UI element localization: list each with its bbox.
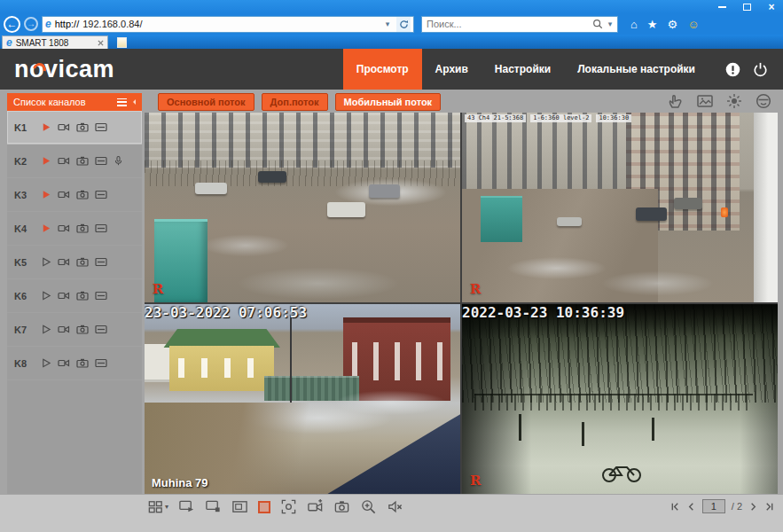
snapshot-icon[interactable] [76, 121, 89, 133]
snapshot-icon[interactable] [76, 290, 89, 301]
microphone-icon[interactable] [114, 155, 123, 167]
snapshot-icon[interactable] [76, 189, 89, 200]
image-adjust-icon[interactable] [696, 92, 714, 110]
new-tab-button[interactable] [117, 37, 127, 48]
sub-stream-button[interactable]: Доп.поток [262, 93, 328, 111]
record-icon[interactable] [58, 155, 70, 167]
snapshot-icon[interactable] [76, 256, 89, 268]
page-number-input[interactable] [702, 499, 725, 513]
tab-archive[interactable]: Архив [422, 49, 482, 90]
hand-ptz-icon[interactable] [667, 92, 685, 110]
refresh-icon[interactable] [396, 17, 411, 32]
camera-view-1[interactable]: R [145, 113, 460, 302]
browser-tab[interactable]: e SMART 1808 [2, 35, 108, 49]
search-dropdown-icon[interactable]: ▾ [603, 17, 617, 32]
snapshot-icon[interactable] [76, 324, 89, 335]
camera-view-4[interactable]: 2022-03-23 10:36:39 R [462, 304, 778, 494]
snapshot-icon[interactable] [76, 155, 89, 167]
stream-monitor-icon[interactable] [95, 357, 107, 369]
play-all-button[interactable] [178, 498, 195, 515]
record-icon[interactable] [58, 121, 70, 133]
original-size-button[interactable] [231, 498, 248, 515]
digital-zoom-button[interactable] [360, 498, 377, 515]
stop-active-button[interactable] [258, 501, 270, 513]
channel-label: K3 [14, 190, 34, 200]
list-menu-icon[interactable] [117, 98, 127, 106]
tab-live-view[interactable]: Просмотр [343, 49, 422, 90]
stop-all-button[interactable] [205, 498, 222, 515]
window-close-button[interactable]: × [765, 3, 778, 12]
play-icon[interactable] [41, 121, 51, 133]
play-icon[interactable] [41, 223, 51, 234]
camera3-scene [145, 304, 460, 494]
address-dropdown-icon[interactable]: ▾ [380, 17, 395, 32]
search-box[interactable]: ▾ [421, 16, 618, 33]
channel-row-k2[interactable]: K2 [7, 145, 142, 178]
tab-close-icon[interactable] [98, 40, 104, 46]
prev-page-button[interactable] [686, 502, 696, 512]
next-page-button[interactable] [748, 502, 758, 512]
stream-monitor-icon[interactable] [95, 121, 107, 133]
back-button[interactable]: ← [4, 16, 20, 33]
channel-row-k6[interactable]: K6 [7, 279, 142, 313]
play-icon[interactable] [41, 324, 51, 335]
record-icon[interactable] [58, 290, 70, 301]
last-page-button[interactable] [764, 502, 774, 512]
alarm-info-icon[interactable] [724, 61, 741, 78]
channel-row-k4[interactable]: K4 [7, 212, 142, 246]
stream-monitor-icon[interactable] [95, 189, 107, 200]
play-icon[interactable] [41, 290, 51, 301]
feedback-smiley-icon[interactable]: ☺ [687, 19, 699, 30]
stream-monitor-icon[interactable] [95, 155, 107, 167]
channel-row-k8[interactable]: K8 [7, 347, 142, 380]
tab-settings[interactable]: Настройки [482, 49, 564, 90]
power-logout-icon[interactable] [752, 61, 769, 78]
stream-monitor-icon[interactable] [95, 290, 107, 301]
snapshot-icon[interactable] [76, 357, 89, 369]
stream-monitor-icon[interactable] [95, 324, 107, 335]
fullscreen-button[interactable] [280, 498, 297, 515]
record-icon[interactable] [58, 189, 70, 200]
play-icon[interactable] [41, 155, 51, 167]
forward-button[interactable]: → [24, 17, 38, 31]
record-icon[interactable] [58, 256, 70, 268]
tab-local-settings[interactable]: Локальные настройки [564, 49, 709, 90]
home-icon[interactable]: ⌂ [630, 19, 638, 30]
record-video-button[interactable] [307, 498, 324, 515]
channel-list-header[interactable]: Список каналов [7, 93, 142, 111]
channel-row-k3[interactable]: K3 [7, 178, 142, 212]
play-icon[interactable] [41, 256, 51, 268]
camera-view-3[interactable]: 23-03-2022 07:06:53 Muhina 79 [145, 304, 460, 494]
channel-row-k7[interactable]: K7 [7, 313, 142, 347]
scene-car [369, 184, 401, 198]
mute-button[interactable] [387, 498, 403, 515]
record-icon[interactable] [58, 357, 70, 369]
play-icon[interactable] [41, 357, 51, 369]
search-input[interactable] [422, 19, 592, 29]
mobile-stream-button[interactable]: Мобильный поток [335, 93, 442, 111]
camera-view-2[interactable]: 43 Ch4 21-5:368 1-6:360 level-2 10:36:30… [462, 113, 778, 302]
window-minimize-button[interactable] [716, 3, 728, 12]
settings-gear-icon[interactable]: ⚙ [668, 19, 678, 30]
main-stream-button[interactable]: Основной поток [158, 93, 254, 111]
stream-monitor-icon[interactable] [95, 256, 107, 268]
collapse-arrow-icon[interactable] [130, 99, 136, 105]
search-icon[interactable] [592, 19, 603, 29]
channel-row-k1[interactable]: K1 [7, 111, 142, 145]
stream-monitor-icon[interactable] [95, 223, 107, 234]
address-bar[interactable]: e http://192.168.0.84/ ▾ [42, 16, 414, 33]
brightness-icon[interactable] [725, 92, 743, 110]
favorites-star-icon[interactable]: ★ [647, 19, 658, 30]
page-content: Список каналов K1 K2 K3 [0, 90, 783, 532]
layout-grid-button[interactable]: ▾ [147, 498, 168, 515]
record-icon[interactable] [58, 324, 70, 335]
color-face-icon[interactable] [755, 92, 772, 110]
snapshot-button[interactable] [333, 498, 350, 515]
channel-row-k5[interactable]: K5 [7, 246, 142, 279]
window-maximize-button[interactable] [740, 3, 753, 12]
first-page-button[interactable] [670, 502, 680, 512]
play-icon[interactable] [41, 189, 51, 200]
snapshot-icon[interactable] [76, 223, 89, 234]
url-host: 192.168.0.84/ [82, 19, 142, 29]
record-icon[interactable] [58, 223, 70, 234]
